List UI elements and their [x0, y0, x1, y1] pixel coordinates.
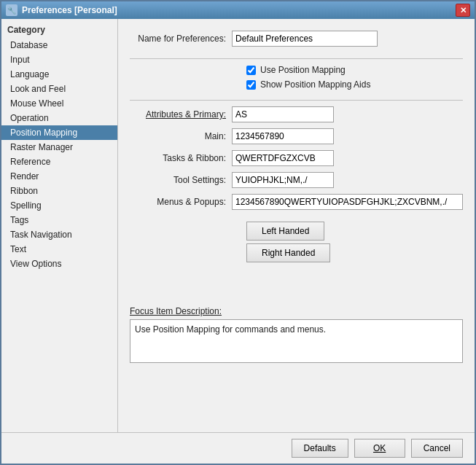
window-title: Preferences [Personal]	[22, 5, 456, 15]
sidebar-item-text[interactable]: Text	[1, 242, 117, 257]
name-label: Name for Preferences:	[130, 34, 232, 44]
sidebar-item-look-and-feel[interactable]: Look and Feel	[1, 82, 117, 96]
tasks-label: Tasks & Ribbon:	[130, 153, 232, 163]
right-handed-row: Right Handed	[246, 243, 463, 262]
focus-section: Focus Item Description: Use Position Map…	[130, 306, 463, 363]
cancel-button[interactable]: Cancel	[411, 439, 463, 458]
preferences-window: 🔧 Preferences [Personal] ✕ Category Data…	[0, 0, 476, 465]
ok-button[interactable]: OK	[354, 439, 405, 458]
sidebar-item-mouse-wheel[interactable]: Mouse Wheel	[1, 96, 117, 111]
tool-row: Tool Settings:	[130, 172, 463, 188]
sidebar-item-reference[interactable]: Reference	[1, 155, 117, 169]
bottom-buttons: Defaults OK Cancel	[1, 432, 475, 464]
panel-position-mapping: Name for Preferences: Use Position Mappi…	[118, 19, 475, 432]
title-bar: 🔧 Preferences [Personal] ✕	[1, 1, 475, 19]
focus-description: Use Position Mapping for commands and me…	[130, 319, 463, 363]
right-handed-button[interactable]: Right Handed	[246, 243, 330, 262]
sidebar-item-task-navigation[interactable]: Task Navigation	[1, 227, 117, 242]
sidebar-item-render[interactable]: Render	[1, 169, 117, 184]
sidebar-item-position-mapping[interactable]: Position Mapping	[1, 125, 117, 140]
attrs-input[interactable]	[232, 106, 334, 122]
defaults-button[interactable]: Defaults	[292, 439, 348, 458]
checkbox-position-row: Use Position Mapping	[246, 65, 463, 75]
sidebar-item-spelling[interactable]: Spelling	[1, 198, 117, 213]
checkbox-show-aids-row: Show Position Mapping Aids	[246, 79, 463, 90]
use-position-mapping-label: Use Position Mapping	[260, 65, 346, 75]
handed-buttons: Left Handed	[246, 222, 463, 241]
sidebar-item-language[interactable]: Language	[1, 67, 117, 82]
main-content: Category Database Input Language Look an…	[1, 19, 475, 432]
tasks-input[interactable]	[232, 150, 334, 166]
name-input[interactable]	[232, 31, 378, 47]
sidebar-item-input[interactable]: Input	[1, 52, 117, 67]
name-row: Name for Preferences:	[130, 31, 463, 47]
separator-1	[130, 58, 463, 59]
separator-2	[130, 100, 463, 101]
sidebar-item-database[interactable]: Database	[1, 38, 117, 52]
sidebar-item-view-options[interactable]: View Options	[1, 257, 117, 271]
sidebar-header: Category	[1, 22, 117, 38]
sidebar-item-raster-manager[interactable]: Raster Manager	[1, 140, 117, 155]
focus-label: Focus Item Description:	[130, 306, 463, 316]
menus-row: Menus & Popups:	[130, 194, 463, 210]
tool-input[interactable]	[232, 172, 334, 188]
main-label: Main:	[130, 131, 232, 141]
main-row: Main:	[130, 128, 463, 144]
tool-label: Tool Settings:	[130, 175, 232, 185]
attrs-row: Attributes & Primary:	[130, 106, 463, 122]
show-position-aids-label: Show Position Mapping Aids	[260, 79, 370, 90]
menus-input[interactable]	[232, 194, 463, 210]
sidebar-item-tags[interactable]: Tags	[1, 213, 117, 227]
sidebar-item-ribbon[interactable]: Ribbon	[1, 184, 117, 198]
show-position-aids-checkbox[interactable]	[246, 80, 256, 90]
menus-label: Menus & Popups:	[130, 197, 232, 207]
attrs-label: Attributes & Primary:	[130, 109, 232, 120]
left-handed-button[interactable]: Left Handed	[246, 222, 324, 241]
tasks-row: Tasks & Ribbon:	[130, 150, 463, 166]
app-icon: 🔧	[6, 4, 17, 16]
use-position-mapping-checkbox[interactable]	[246, 66, 256, 75]
close-button[interactable]: ✕	[456, 4, 470, 17]
main-input[interactable]	[232, 128, 334, 144]
sidebar-item-operation[interactable]: Operation	[1, 111, 117, 125]
sidebar: Category Database Input Language Look an…	[1, 19, 118, 432]
